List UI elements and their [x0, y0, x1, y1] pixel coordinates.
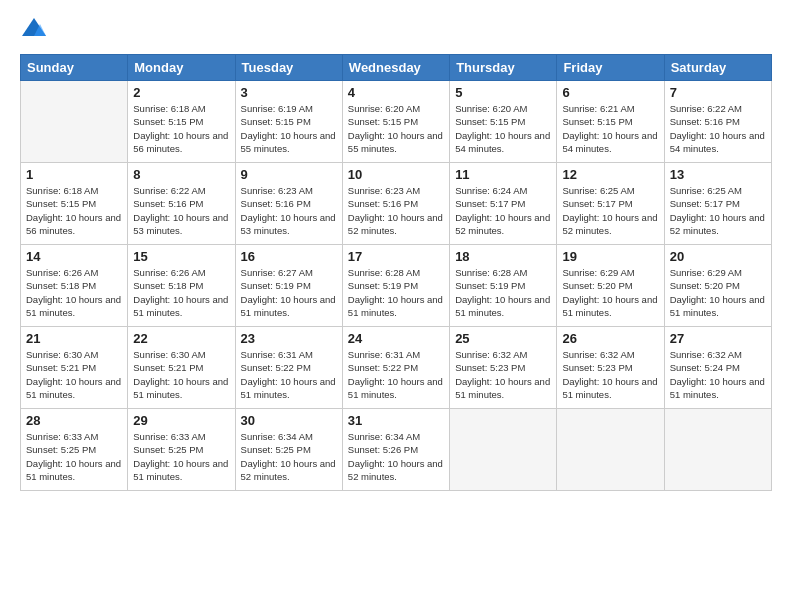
- day-number: 19: [562, 249, 658, 264]
- day-number: 1: [26, 167, 122, 182]
- calendar-cell: 19Sunrise: 6:29 AMSunset: 5:20 PMDayligh…: [557, 245, 664, 327]
- calendar-cell: 15Sunrise: 6:26 AMSunset: 5:18 PMDayligh…: [128, 245, 235, 327]
- calendar-cell: 7Sunrise: 6:22 AMSunset: 5:16 PMDaylight…: [664, 81, 771, 163]
- day-number: 2: [133, 85, 229, 100]
- day-info: Sunrise: 6:30 AMSunset: 5:21 PMDaylight:…: [26, 348, 122, 401]
- header: [20, 16, 772, 44]
- day-number: 7: [670, 85, 766, 100]
- calendar-cell: 12Sunrise: 6:25 AMSunset: 5:17 PMDayligh…: [557, 163, 664, 245]
- calendar-table: SundayMondayTuesdayWednesdayThursdayFrid…: [20, 54, 772, 491]
- calendar-cell: [664, 409, 771, 491]
- day-number: 14: [26, 249, 122, 264]
- day-info: Sunrise: 6:23 AMSunset: 5:16 PMDaylight:…: [348, 184, 444, 237]
- day-info: Sunrise: 6:24 AMSunset: 5:17 PMDaylight:…: [455, 184, 551, 237]
- day-info: Sunrise: 6:29 AMSunset: 5:20 PMDaylight:…: [562, 266, 658, 319]
- day-info: Sunrise: 6:32 AMSunset: 5:24 PMDaylight:…: [670, 348, 766, 401]
- day-number: 15: [133, 249, 229, 264]
- weekday-header: Friday: [557, 55, 664, 81]
- calendar-cell: 30Sunrise: 6:34 AMSunset: 5:25 PMDayligh…: [235, 409, 342, 491]
- calendar-cell: 31Sunrise: 6:34 AMSunset: 5:26 PMDayligh…: [342, 409, 449, 491]
- logo: [20, 16, 52, 44]
- calendar-cell: [557, 409, 664, 491]
- day-number: 28: [26, 413, 122, 428]
- day-info: Sunrise: 6:29 AMSunset: 5:20 PMDaylight:…: [670, 266, 766, 319]
- day-number: 6: [562, 85, 658, 100]
- day-number: 9: [241, 167, 337, 182]
- calendar-cell: 4Sunrise: 6:20 AMSunset: 5:15 PMDaylight…: [342, 81, 449, 163]
- day-number: 11: [455, 167, 551, 182]
- calendar-cell: 6Sunrise: 6:21 AMSunset: 5:15 PMDaylight…: [557, 81, 664, 163]
- day-number: 3: [241, 85, 337, 100]
- day-info: Sunrise: 6:22 AMSunset: 5:16 PMDaylight:…: [670, 102, 766, 155]
- calendar-row: 28Sunrise: 6:33 AMSunset: 5:25 PMDayligh…: [21, 409, 772, 491]
- calendar-cell: 21Sunrise: 6:30 AMSunset: 5:21 PMDayligh…: [21, 327, 128, 409]
- day-info: Sunrise: 6:18 AMSunset: 5:15 PMDaylight:…: [26, 184, 122, 237]
- day-info: Sunrise: 6:28 AMSunset: 5:19 PMDaylight:…: [348, 266, 444, 319]
- day-number: 21: [26, 331, 122, 346]
- calendar-cell: 8Sunrise: 6:22 AMSunset: 5:16 PMDaylight…: [128, 163, 235, 245]
- calendar-cell: 28Sunrise: 6:33 AMSunset: 5:25 PMDayligh…: [21, 409, 128, 491]
- day-number: 13: [670, 167, 766, 182]
- calendar-cell: 18Sunrise: 6:28 AMSunset: 5:19 PMDayligh…: [450, 245, 557, 327]
- calendar-cell-empty: [21, 81, 128, 163]
- calendar-cell: 20Sunrise: 6:29 AMSunset: 5:20 PMDayligh…: [664, 245, 771, 327]
- calendar-cell: 25Sunrise: 6:32 AMSunset: 5:23 PMDayligh…: [450, 327, 557, 409]
- calendar-cell: 10Sunrise: 6:23 AMSunset: 5:16 PMDayligh…: [342, 163, 449, 245]
- calendar-cell: 5Sunrise: 6:20 AMSunset: 5:15 PMDaylight…: [450, 81, 557, 163]
- calendar-row: 1Sunrise: 6:18 AMSunset: 5:15 PMDaylight…: [21, 163, 772, 245]
- day-info: Sunrise: 6:33 AMSunset: 5:25 PMDaylight:…: [26, 430, 122, 483]
- weekday-header-row: SundayMondayTuesdayWednesdayThursdayFrid…: [21, 55, 772, 81]
- calendar-cell: 16Sunrise: 6:27 AMSunset: 5:19 PMDayligh…: [235, 245, 342, 327]
- day-info: Sunrise: 6:20 AMSunset: 5:15 PMDaylight:…: [455, 102, 551, 155]
- logo-icon: [20, 16, 48, 44]
- calendar-cell: 11Sunrise: 6:24 AMSunset: 5:17 PMDayligh…: [450, 163, 557, 245]
- page: SundayMondayTuesdayWednesdayThursdayFrid…: [0, 0, 792, 612]
- day-number: 25: [455, 331, 551, 346]
- day-info: Sunrise: 6:34 AMSunset: 5:26 PMDaylight:…: [348, 430, 444, 483]
- day-number: 26: [562, 331, 658, 346]
- day-info: Sunrise: 6:25 AMSunset: 5:17 PMDaylight:…: [670, 184, 766, 237]
- calendar-cell: 23Sunrise: 6:31 AMSunset: 5:22 PMDayligh…: [235, 327, 342, 409]
- calendar-row: 14Sunrise: 6:26 AMSunset: 5:18 PMDayligh…: [21, 245, 772, 327]
- calendar-cell: 1Sunrise: 6:18 AMSunset: 5:15 PMDaylight…: [21, 163, 128, 245]
- day-info: Sunrise: 6:23 AMSunset: 5:16 PMDaylight:…: [241, 184, 337, 237]
- calendar-cell: 22Sunrise: 6:30 AMSunset: 5:21 PMDayligh…: [128, 327, 235, 409]
- calendar-cell: 3Sunrise: 6:19 AMSunset: 5:15 PMDaylight…: [235, 81, 342, 163]
- day-info: Sunrise: 6:19 AMSunset: 5:15 PMDaylight:…: [241, 102, 337, 155]
- calendar-cell: 14Sunrise: 6:26 AMSunset: 5:18 PMDayligh…: [21, 245, 128, 327]
- day-info: Sunrise: 6:25 AMSunset: 5:17 PMDaylight:…: [562, 184, 658, 237]
- day-info: Sunrise: 6:34 AMSunset: 5:25 PMDaylight:…: [241, 430, 337, 483]
- day-number: 30: [241, 413, 337, 428]
- calendar-row: 21Sunrise: 6:30 AMSunset: 5:21 PMDayligh…: [21, 327, 772, 409]
- day-number: 23: [241, 331, 337, 346]
- day-number: 31: [348, 413, 444, 428]
- calendar-cell: 24Sunrise: 6:31 AMSunset: 5:22 PMDayligh…: [342, 327, 449, 409]
- calendar-cell: 26Sunrise: 6:32 AMSunset: 5:23 PMDayligh…: [557, 327, 664, 409]
- day-info: Sunrise: 6:30 AMSunset: 5:21 PMDaylight:…: [133, 348, 229, 401]
- day-number: 27: [670, 331, 766, 346]
- calendar-cell: [450, 409, 557, 491]
- day-number: 5: [455, 85, 551, 100]
- weekday-header: Monday: [128, 55, 235, 81]
- day-info: Sunrise: 6:32 AMSunset: 5:23 PMDaylight:…: [562, 348, 658, 401]
- day-info: Sunrise: 6:20 AMSunset: 5:15 PMDaylight:…: [348, 102, 444, 155]
- day-info: Sunrise: 6:31 AMSunset: 5:22 PMDaylight:…: [348, 348, 444, 401]
- calendar-cell: 13Sunrise: 6:25 AMSunset: 5:17 PMDayligh…: [664, 163, 771, 245]
- day-number: 20: [670, 249, 766, 264]
- day-info: Sunrise: 6:21 AMSunset: 5:15 PMDaylight:…: [562, 102, 658, 155]
- day-number: 18: [455, 249, 551, 264]
- day-number: 4: [348, 85, 444, 100]
- day-number: 16: [241, 249, 337, 264]
- day-info: Sunrise: 6:22 AMSunset: 5:16 PMDaylight:…: [133, 184, 229, 237]
- day-info: Sunrise: 6:31 AMSunset: 5:22 PMDaylight:…: [241, 348, 337, 401]
- day-info: Sunrise: 6:26 AMSunset: 5:18 PMDaylight:…: [26, 266, 122, 319]
- weekday-header: Tuesday: [235, 55, 342, 81]
- day-info: Sunrise: 6:28 AMSunset: 5:19 PMDaylight:…: [455, 266, 551, 319]
- day-number: 8: [133, 167, 229, 182]
- day-info: Sunrise: 6:18 AMSunset: 5:15 PMDaylight:…: [133, 102, 229, 155]
- day-number: 12: [562, 167, 658, 182]
- weekday-header: Wednesday: [342, 55, 449, 81]
- day-number: 24: [348, 331, 444, 346]
- calendar-cell: 29Sunrise: 6:33 AMSunset: 5:25 PMDayligh…: [128, 409, 235, 491]
- day-info: Sunrise: 6:33 AMSunset: 5:25 PMDaylight:…: [133, 430, 229, 483]
